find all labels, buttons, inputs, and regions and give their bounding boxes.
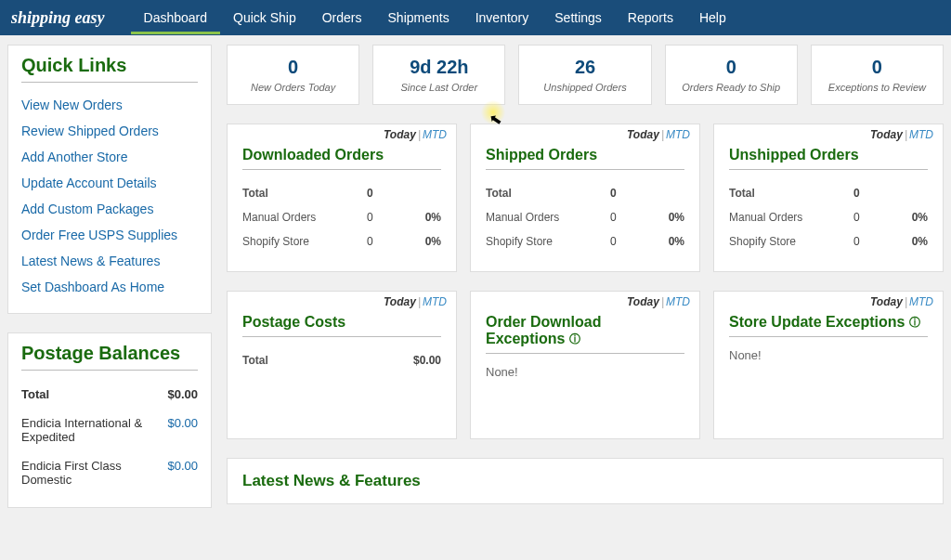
ql-view-new-orders[interactable]: View New Orders (21, 92, 198, 118)
kpi-value: 0 (670, 57, 793, 78)
info-icon[interactable]: ⓘ (909, 315, 920, 331)
total-value: $0.00 (404, 354, 441, 367)
tab-today[interactable]: Today (627, 128, 659, 141)
kpi-label: Since Last Order (377, 82, 501, 93)
postage-total-row: Total $0.00 (21, 380, 198, 409)
card-row: Manual Orders 0 0% (729, 205, 928, 229)
card-title: Order Download Exceptions ⓘ (486, 314, 684, 347)
divider (729, 336, 928, 337)
nav-dashboard[interactable]: Dashboard (131, 1, 221, 34)
card-tabs: Today|MTD (627, 295, 690, 308)
card-body: None! (729, 348, 928, 362)
tab-today[interactable]: Today (870, 128, 903, 141)
ql-add-store[interactable]: Add Another Store (21, 144, 198, 170)
tab-today[interactable]: Today (384, 128, 416, 141)
row-pct: 0% (404, 211, 441, 224)
row-label: Shopify Store (729, 235, 853, 248)
card-tabs: Today|MTD (870, 295, 933, 308)
kpi-since-last-order[interactable]: 9d 22h Since Last Order (372, 45, 505, 105)
info-icon[interactable]: ⓘ (569, 332, 580, 347)
tab-mtd[interactable]: MTD (423, 295, 447, 308)
kpi-value: 9d 22h (377, 57, 501, 78)
nav-help[interactable]: Help (686, 1, 739, 34)
postage-total-row: Total $0.00 (242, 348, 441, 372)
card-row: Manual Orders 0 0% (242, 205, 441, 229)
ql-dashboard-home[interactable]: Set Dashboard As Home (21, 274, 198, 300)
tab-sep: | (905, 128, 907, 141)
tab-today[interactable]: Today (627, 295, 659, 308)
tab-sep: | (418, 128, 421, 141)
nav-quick-ship[interactable]: Quick Ship (220, 1, 309, 34)
ql-custom-packages[interactable]: Add Custom Packages (21, 196, 198, 222)
tab-sep: | (661, 128, 664, 141)
tab-mtd[interactable]: MTD (423, 128, 447, 141)
latest-news-panel: Latest News & Features (227, 458, 944, 504)
total-value: 0 (367, 187, 404, 200)
card-tabs: Today|MTD (627, 128, 690, 141)
card-row: Manual Orders 0 0% (486, 205, 684, 229)
postage-row-label: Endicia First Class Domestic (21, 459, 167, 487)
tab-today[interactable]: Today (870, 295, 903, 308)
row-label: Shopify Store (242, 235, 367, 248)
row-count: 0 (853, 235, 891, 248)
postage-row-value[interactable]: $0.00 (167, 416, 198, 444)
row-count: 0 (610, 235, 647, 248)
ql-latest-news[interactable]: Latest News & Features (21, 248, 198, 274)
postage-row-value[interactable]: $0.00 (167, 459, 198, 487)
postage-row: Endicia International & Expedited $0.00 (21, 409, 198, 451)
card-tabs: Today|MTD (384, 295, 447, 308)
ql-review-shipped[interactable]: Review Shipped Orders (21, 118, 198, 144)
sidebar: Quick Links View New Orders Review Shipp… (7, 45, 212, 508)
postage-costs-card: Today|MTD Postage Costs Total $0.00 (227, 291, 457, 439)
divider (242, 336, 441, 337)
card-row: Shopify Store 0 0% (486, 229, 684, 254)
kpi-label: Exceptions to Review (815, 82, 939, 93)
nav-orders[interactable]: Orders (309, 1, 375, 34)
shipped-orders-card: Today|MTD Shipped Orders Total 0 Manual … (470, 124, 700, 272)
tab-mtd[interactable]: MTD (909, 295, 933, 308)
row-pct: 0% (891, 211, 928, 224)
row-pct: 0% (891, 235, 928, 248)
card-title: Postage Costs (242, 314, 441, 331)
kpi-label: Unshipped Orders (523, 82, 646, 93)
tab-mtd[interactable]: MTD (666, 295, 690, 308)
card-tabs: Today|MTD (870, 128, 933, 141)
divider (21, 82, 198, 83)
tab-mtd[interactable]: MTD (666, 128, 690, 141)
order-cards-row: Today|MTD Downloaded Orders Total 0 Manu… (227, 124, 944, 272)
kpi-label: New Orders Today (231, 82, 355, 93)
card-total-row: Total 0 (729, 181, 928, 205)
latest-news-title: Latest News & Features (242, 472, 928, 490)
tab-today[interactable]: Today (384, 295, 416, 308)
nav-reports[interactable]: Reports (615, 1, 686, 34)
card-title: Store Update Exceptions ⓘ (729, 314, 928, 331)
kpi-new-orders[interactable]: 0 New Orders Today (227, 45, 359, 105)
kpi-ready-to-ship[interactable]: 0 Orders Ready to Ship (665, 45, 798, 105)
ql-usps-supplies[interactable]: Order Free USPS Supplies (21, 222, 198, 248)
total-value: 0 (610, 187, 647, 200)
postage-total-label: Total (21, 387, 49, 401)
kpi-value: 0 (231, 57, 355, 78)
lower-cards-row: Today|MTD Postage Costs Total $0.00 Toda… (227, 291, 944, 439)
postage-title: Postage Balances (21, 343, 198, 364)
kpi-row: 0 New Orders Today 9d 22h Since Last Ord… (227, 45, 944, 105)
quick-links-title: Quick Links (21, 55, 198, 76)
nav-shipments[interactable]: Shipments (375, 1, 462, 34)
nav-settings[interactable]: Settings (541, 1, 615, 34)
card-row: Shopify Store 0 0% (242, 229, 441, 254)
postage-row: Endicia First Class Domestic $0.00 (21, 451, 198, 494)
divider (486, 169, 684, 170)
kpi-exceptions[interactable]: 0 Exceptions to Review (811, 45, 944, 105)
kpi-unshipped[interactable]: 26 Unshipped Orders (518, 45, 651, 105)
total-label: Total (729, 187, 853, 200)
divider (21, 370, 198, 371)
row-label: Manual Orders (486, 211, 610, 224)
card-tabs: Today|MTD (384, 128, 447, 141)
total-label: Total (486, 187, 610, 200)
nav-inventory[interactable]: Inventory (462, 1, 542, 34)
row-pct: 0% (647, 235, 684, 248)
postage-balances-panel: Postage Balances Total $0.00 Endicia Int… (7, 332, 212, 508)
ql-update-account[interactable]: Update Account Details (21, 170, 198, 196)
download-exceptions-card: Today|MTD Order Download Exceptions ⓘ No… (470, 291, 700, 439)
tab-mtd[interactable]: MTD (909, 128, 933, 141)
